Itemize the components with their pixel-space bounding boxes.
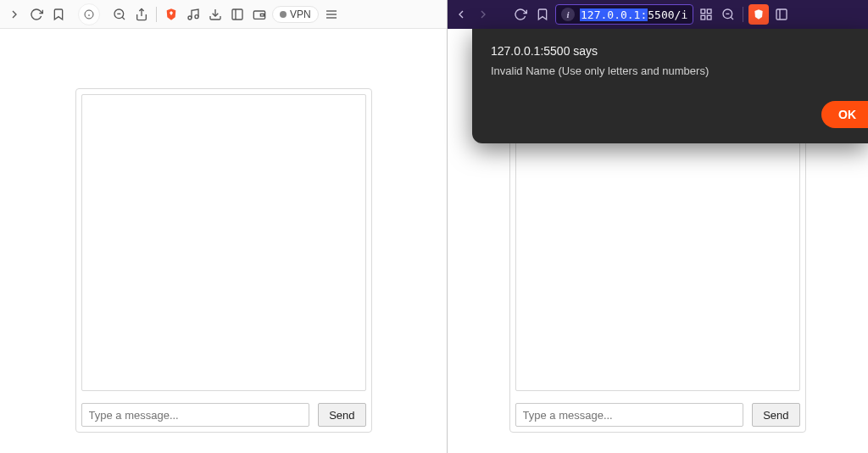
sidebar-icon[interactable] <box>772 5 791 24</box>
svg-rect-12 <box>253 11 264 19</box>
browser-window-right: i 127.0.0.1:5500/i 127.0.0.1:5500 says I… <box>447 0 868 453</box>
bookmark-icon[interactable] <box>49 5 68 24</box>
svg-rect-17 <box>701 9 705 14</box>
svg-rect-10 <box>232 9 242 20</box>
site-info-icon[interactable]: i <box>561 8 575 21</box>
dialog-ok-button[interactable]: OK <box>821 101 868 128</box>
site-info-pill[interactable] <box>78 3 100 25</box>
send-button[interactable]: Send <box>752 403 799 427</box>
address-bar[interactable]: i 127.0.0.1:5500/i <box>555 4 693 25</box>
send-button[interactable]: Send <box>318 403 365 427</box>
toolbar-dark: i 127.0.0.1:5500/i <box>447 0 868 29</box>
music-icon[interactable] <box>184 5 203 24</box>
dialog-message: Invalid Name (Use only letters and numbe… <box>491 64 849 77</box>
sidebar-icon[interactable] <box>228 5 247 24</box>
chat-log-textarea[interactable] <box>81 94 366 391</box>
menu-icon[interactable] <box>322 5 341 24</box>
share-icon[interactable] <box>132 5 151 24</box>
brave-shield-icon[interactable] <box>162 5 181 24</box>
svg-rect-24 <box>776 9 787 20</box>
svg-point-7 <box>188 16 192 20</box>
forward-icon <box>474 5 492 24</box>
toolbar-light: VPN <box>0 0 447 29</box>
vpn-button[interactable]: VPN <box>272 6 319 23</box>
svg-line-4 <box>122 17 125 20</box>
message-input[interactable] <box>515 403 744 427</box>
svg-rect-18 <box>708 9 712 14</box>
chat-input-row: Send <box>81 403 366 427</box>
apps-grid-icon[interactable] <box>697 5 715 24</box>
dialog-title: 127.0.0.1:5500 says <box>491 44 849 58</box>
dialog-button-row: OK <box>491 101 849 128</box>
back-icon[interactable] <box>452 5 470 24</box>
svg-line-22 <box>731 17 733 20</box>
svg-rect-20 <box>701 15 705 20</box>
svg-point-8 <box>195 14 198 18</box>
forward-icon[interactable] <box>5 5 24 24</box>
chat-input-row: Send <box>515 403 800 427</box>
brave-shield-icon[interactable] <box>748 4 769 25</box>
vpn-label: VPN <box>290 8 311 20</box>
toolbar-separator <box>743 7 743 22</box>
zoom-out-icon[interactable] <box>719 5 737 24</box>
message-input[interactable] <box>81 403 310 427</box>
bookmark-icon[interactable] <box>533 5 552 24</box>
zoom-out-icon[interactable] <box>110 5 129 24</box>
svg-rect-13 <box>260 14 264 16</box>
wallet-icon[interactable] <box>250 5 269 24</box>
download-icon[interactable] <box>206 5 225 24</box>
reload-icon[interactable] <box>511 5 530 24</box>
pane-divider <box>447 0 448 453</box>
address-text: 127.0.0.1:5500/i <box>580 8 687 21</box>
svg-rect-19 <box>708 15 712 20</box>
reload-icon[interactable] <box>27 5 46 24</box>
chat-panel: Send <box>75 88 372 433</box>
js-alert-dialog: 127.0.0.1:5500 says Invalid Name (Use on… <box>472 29 868 143</box>
toolbar-separator <box>156 7 157 22</box>
browser-window-left: VPN Send <box>0 0 447 453</box>
vpn-status-dot-icon <box>280 11 287 18</box>
